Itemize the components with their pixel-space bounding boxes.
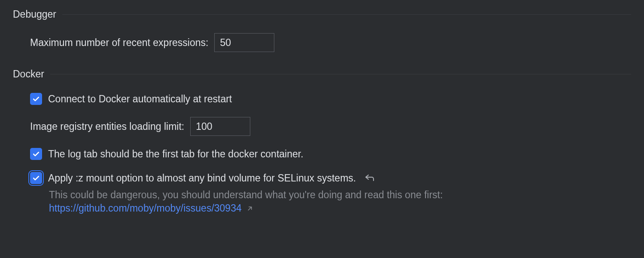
log-tab-first-checkbox[interactable] <box>30 148 42 160</box>
reset-icon[interactable] <box>365 173 375 183</box>
apply-z-mount-row: Apply :z mount option to almost any bind… <box>30 172 631 184</box>
section-divider <box>50 74 631 74</box>
connect-auto-row: Connect to Docker automatically at resta… <box>30 93 631 105</box>
debugger-section: Debugger Maximum number of recent expres… <box>13 9 631 52</box>
docker-section-header: Docker <box>13 68 631 80</box>
apply-z-mount-hint: This could be dangerous, you should unde… <box>49 187 631 203</box>
debugger-section-title: Debugger <box>13 9 56 20</box>
docker-section-title: Docker <box>13 68 44 80</box>
check-icon <box>32 174 40 182</box>
docker-section: Docker Connect to Docker automatically a… <box>13 68 631 214</box>
max-recent-expressions-label: Maximum number of recent expressions: <box>30 37 208 49</box>
apply-z-mount-link[interactable]: https://github.com/moby/moby/issues/3093… <box>49 203 242 214</box>
connect-auto-label: Connect to Docker automatically at resta… <box>48 93 232 105</box>
registry-limit-label: Image registry entities loading limit: <box>30 121 184 132</box>
external-link-icon <box>246 205 254 212</box>
log-tab-first-label: The log tab should be the first tab for … <box>48 148 304 160</box>
check-icon <box>32 95 40 103</box>
log-tab-first-row: The log tab should be the first tab for … <box>30 148 631 160</box>
connect-auto-checkbox[interactable] <box>30 93 42 105</box>
registry-limit-input[interactable] <box>190 117 250 136</box>
apply-z-mount-checkbox[interactable] <box>30 172 42 184</box>
apply-z-mount-label: Apply :z mount option to almost any bind… <box>48 172 356 184</box>
registry-limit-row: Image registry entities loading limit: <box>30 117 631 136</box>
apply-z-mount-link-row: https://github.com/moby/moby/issues/3093… <box>49 203 631 214</box>
debugger-section-header: Debugger <box>13 9 631 20</box>
apply-z-mount-hint-block: This could be dangerous, you should unde… <box>49 187 631 214</box>
max-recent-expressions-row: Maximum number of recent expressions: <box>30 33 631 52</box>
check-icon <box>32 150 40 158</box>
settings-panel: Debugger Maximum number of recent expres… <box>0 0 644 239</box>
max-recent-expressions-input[interactable] <box>214 33 274 52</box>
section-divider <box>62 14 631 15</box>
